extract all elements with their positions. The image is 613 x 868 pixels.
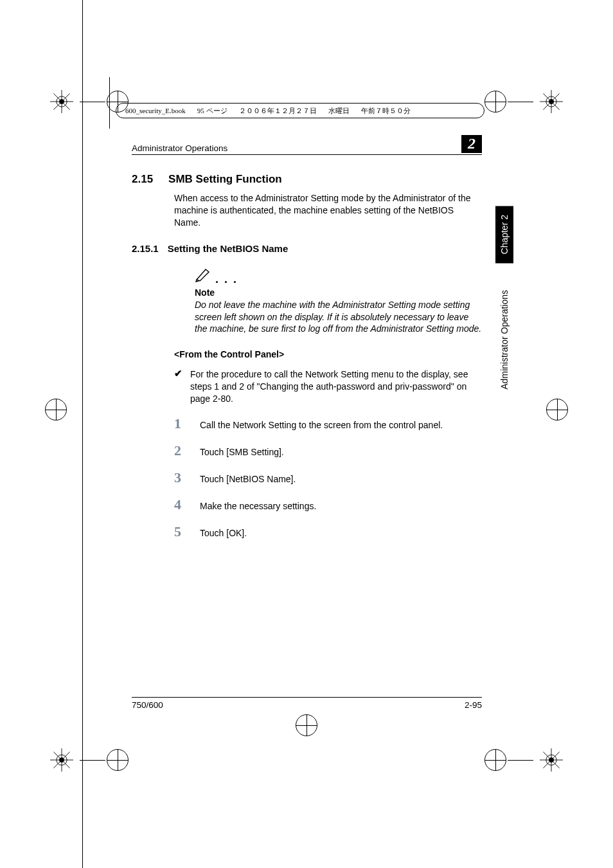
- source-meta-bar: 600_security_E.book 95 ページ ２００６年１２月２７日 水…: [116, 103, 484, 118]
- subsection-heading: 2.15.1 Setting the NetBIOS Name: [132, 243, 482, 254]
- step-number: 1: [174, 415, 186, 432]
- checkmark-paragraph: ✔ For the procedure to call the Network …: [174, 368, 482, 405]
- step-number: 2: [174, 442, 186, 459]
- step-number: 3: [174, 469, 186, 486]
- crop-mark: [296, 714, 317, 736]
- step-item: 2 Touch [SMB Setting].: [174, 442, 482, 459]
- meta-page: 95 ページ: [197, 106, 227, 116]
- header-title: Administrator Operations: [132, 143, 227, 153]
- note-label: Note: [195, 287, 482, 298]
- section-tab: Administrator Operations: [495, 281, 513, 399]
- panel-heading: <From the Control Panel>: [174, 349, 482, 359]
- footer-right: 2-95: [465, 700, 482, 710]
- section-number: 2.15: [132, 173, 153, 186]
- meta-time: 午前７時５０分: [361, 106, 411, 116]
- meta-date: ２００６年１２月２７日: [239, 106, 317, 116]
- step-text: Make the necessary settings.: [200, 501, 316, 511]
- step-item: 3 Touch [NetBIOS Name].: [174, 469, 482, 486]
- note-callout: . . . Note Do not leave the machine with…: [195, 267, 482, 336]
- section-heading: 2.15 SMB Setting Function: [132, 173, 482, 186]
- subsection-title: Setting the NetBIOS Name: [168, 243, 289, 254]
- footer-left: 750/600: [132, 700, 163, 710]
- step-text: Touch [OK].: [200, 528, 247, 538]
- running-header: Administrator Operations 2: [132, 135, 482, 155]
- crop-mark: [484, 748, 568, 772]
- crop-mark: [45, 748, 129, 772]
- meta-file: 600_security_E.book: [125, 107, 186, 114]
- step-item: 5 Touch [OK].: [174, 523, 482, 540]
- check-text: For the procedure to call the Network Se…: [190, 368, 482, 405]
- step-number: 5: [174, 523, 186, 540]
- chapter-badge: 2: [461, 135, 482, 153]
- note-icon: [195, 267, 211, 286]
- note-dots: . . .: [215, 273, 238, 286]
- page-body: Administrator Operations 2 2.15 SMB Sett…: [132, 135, 482, 540]
- step-text: Touch [NetBIOS Name].: [200, 474, 296, 484]
- meta-day: 水曜日: [328, 106, 350, 116]
- side-tabs: Chapter 2 Administrator Operations: [495, 206, 513, 399]
- section-intro: When access to the Administrator Setting…: [174, 192, 482, 229]
- step-item: 4 Make the necessary settings.: [174, 496, 482, 513]
- crop-mark: [45, 399, 67, 420]
- section-title: SMB Setting Function: [168, 173, 282, 186]
- crop-mark: [484, 90, 568, 113]
- chapter-tab: Chapter 2: [495, 206, 513, 263]
- step-text: Touch [SMB Setting].: [200, 447, 284, 457]
- crop-mark: [546, 399, 568, 420]
- step-item: 1 Call the Network Setting to the screen…: [174, 415, 482, 432]
- step-text: Call the Network Setting to the screen f…: [200, 420, 443, 430]
- page-footer: 750/600 2-95: [132, 697, 482, 710]
- guide-line: [82, 0, 83, 868]
- note-body: Do not leave the machine with the Admini…: [195, 299, 482, 336]
- check-icon: ✔: [174, 368, 182, 405]
- step-number: 4: [174, 496, 186, 513]
- subsection-number: 2.15.1: [132, 243, 159, 254]
